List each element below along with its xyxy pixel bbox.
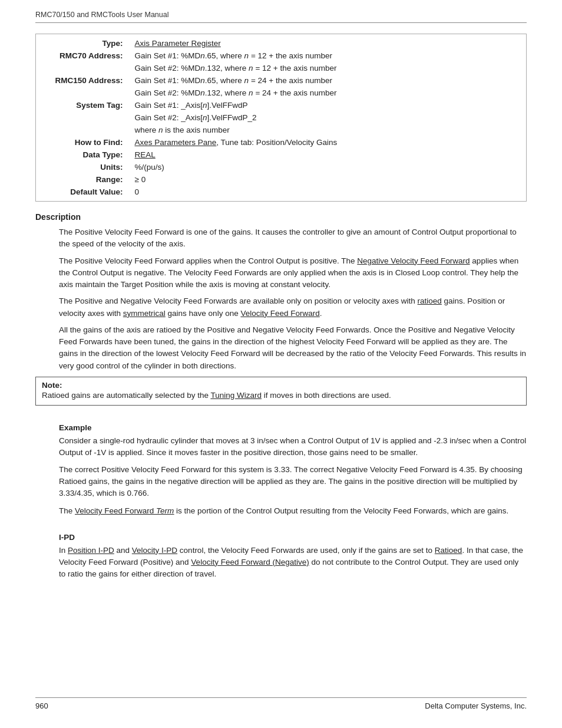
table-row: RMC150 Address: Gain Set #1: %MDn.65, wh…	[36, 74, 527, 87]
row-label: Units:	[36, 161, 130, 173]
row-value: 0	[130, 186, 527, 202]
real-link[interactable]: REAL	[135, 150, 156, 159]
row-value: Axes Parameters Pane, Tune tab: Position…	[130, 136, 527, 149]
ipd-para: In Position I-PD and Velocity I-PD contr…	[35, 545, 527, 581]
row-label: RMC150 Address:	[36, 74, 130, 87]
row-label: How to Find:	[36, 136, 130, 149]
description-title: Description	[35, 212, 527, 222]
row-value: REAL	[130, 149, 527, 161]
row-label	[36, 62, 130, 74]
table-row: How to Find: Axes Parameters Pane, Tune …	[36, 136, 527, 149]
description-section: Description The Positive Velocity Feed F…	[35, 212, 527, 413]
table-row: RMC70 Address: Gain Set #1: %MDn.65, whe…	[36, 50, 527, 62]
row-label	[36, 87, 130, 99]
velocity-ipd-link[interactable]: Velocity I-PD	[132, 546, 177, 555]
note-body: Ratioed gains are automatically selected…	[42, 390, 520, 401]
row-value: Gain Set #2: %MDn.132, where n = 12 + th…	[130, 62, 527, 74]
header-text: RMC70/150 and RMCTools User Manual	[35, 11, 168, 19]
row-label: System Tag:	[36, 99, 130, 111]
axis-parameter-register-link[interactable]: Axis Parameter Register	[135, 39, 221, 48]
row-label: Data Type:	[36, 149, 130, 161]
page: RMC70/150 and RMCTools User Manual Type:…	[0, 0, 562, 728]
table-row: Gain Set #2: _Axis[n].VelFFwdP_2	[36, 111, 527, 124]
table-row: Default Value: 0	[36, 186, 527, 202]
ipd-title: I-PD	[35, 533, 527, 542]
row-label: RMC70 Address:	[36, 50, 130, 62]
row-value: Gain Set #1: %MDn.65, where n = 12 + the…	[130, 50, 527, 62]
row-label: Default Value:	[36, 186, 130, 202]
desc-para-2: The Positive Velocity Feed Forward appli…	[35, 255, 527, 291]
table-row: Gain Set #2: %MDn.132, where n = 12 + th…	[36, 62, 527, 74]
example-para-1: Consider a single-rod hydraulic cylinder…	[35, 435, 527, 459]
row-value: Axis Parameter Register	[130, 34, 527, 50]
vff-term-link[interactable]: Velocity Feed Forward Term	[75, 506, 174, 515]
note-title: Note:	[42, 381, 520, 390]
row-label	[36, 124, 130, 136]
table-row: Gain Set #2: %MDn.132, where n = 24 + th…	[36, 87, 527, 99]
example-para-2: The correct Positive Velocity Feed Forwa…	[35, 464, 527, 500]
row-value: Gain Set #2: %MDn.132, where n = 24 + th…	[130, 87, 527, 99]
page-header: RMC70/150 and RMCTools User Manual	[35, 11, 527, 23]
tuning-wizard-link[interactable]: Tuning Wizard	[210, 391, 262, 400]
table-row: where n is the axis number	[36, 124, 527, 136]
row-value: Gain Set #1: _Axis[n].VelFFwdP	[130, 99, 527, 111]
note-box: Note: Ratioed gains are automatically se…	[35, 377, 527, 406]
axes-parameters-pane-link[interactable]: Axes Parameters Pane	[135, 138, 217, 147]
desc-para-4: All the gains of the axis are ratioed by…	[35, 324, 527, 372]
row-value: %/(pu/s)	[130, 161, 527, 173]
company-name: Delta Computer Systems, Inc.	[425, 701, 527, 710]
row-label: Type:	[36, 34, 130, 50]
velocity-feed-forward-link[interactable]: Velocity Feed Forward	[240, 309, 319, 318]
table-row: Units: %/(pu/s)	[36, 161, 527, 173]
table-row: Data Type: REAL	[36, 149, 527, 161]
table-row: Range: ≥ 0	[36, 173, 527, 186]
desc-para-3: The Positive and Negative Velocity Feed …	[35, 295, 527, 319]
page-number: 960	[35, 701, 48, 710]
row-label: Range:	[36, 173, 130, 186]
ratioed-link-2[interactable]: Ratioed	[435, 546, 462, 555]
symmetrical-link[interactable]: symmetrical	[123, 309, 166, 318]
example-para-3: The Velocity Feed Forward Term is the po…	[35, 505, 527, 517]
row-label	[36, 111, 130, 124]
info-table: Type: Axis Parameter Register RMC70 Addr…	[35, 34, 527, 202]
desc-para-1: The Positive Velocity Feed Forward is on…	[35, 226, 527, 251]
page-footer: 960 Delta Computer Systems, Inc.	[35, 697, 527, 710]
vff-negative-link[interactable]: Velocity Feed Forward (Negative)	[191, 558, 309, 566]
position-ipd-link[interactable]: Position I-PD	[68, 546, 114, 555]
ratioed-link-1[interactable]: ratioed	[418, 297, 442, 305]
negative-vff-link[interactable]: Negative Velocity Feed Forward	[357, 256, 470, 265]
row-value: Gain Set #2: _Axis[n].VelFFwdP_2	[130, 111, 527, 124]
ipd-section: I-PD In Position I-PD and Velocity I-PD …	[35, 527, 527, 585]
example-title: Example	[35, 423, 527, 432]
example-section: Example Consider a single-rod hydraulic …	[35, 417, 527, 522]
table-row: Type: Axis Parameter Register	[36, 34, 527, 50]
row-value: Gain Set #1: %MDn.65, where n = 24 + the…	[130, 74, 527, 87]
row-value: where n is the axis number	[130, 124, 527, 136]
table-row: System Tag: Gain Set #1: _Axis[n].VelFFw…	[36, 99, 527, 111]
row-value: ≥ 0	[130, 173, 527, 186]
